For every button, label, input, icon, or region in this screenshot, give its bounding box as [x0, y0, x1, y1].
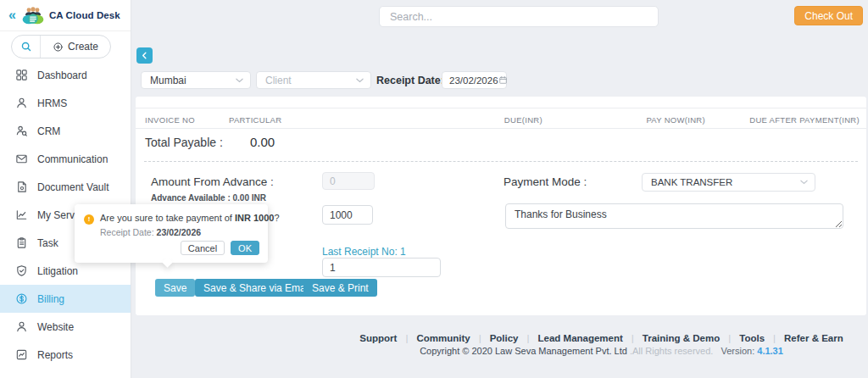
sidebar-item-communication[interactable]: Communication: [0, 145, 131, 173]
save-print-button[interactable]: Save & Print: [303, 279, 377, 297]
cancel-button[interactable]: Cancel: [181, 241, 225, 255]
sidebar-item-label: Reports: [37, 349, 73, 361]
sidebar-item-label: Dashboard: [37, 69, 87, 81]
receipt-date-label: Receipt Date:: [376, 75, 444, 86]
column-pay-now: PAY NOW(INR): [646, 115, 705, 125]
app-title: CA Cloud Desk: [49, 10, 120, 20]
search-icon: [20, 41, 32, 53]
amount-from-advance-input: [322, 172, 375, 190]
footer-link-refer-earn[interactable]: Refer & Earn: [765, 333, 843, 343]
communication-icon: [15, 153, 28, 165]
plus-circle-icon: [53, 42, 64, 53]
total-payable-label: Total Payable :: [145, 136, 223, 149]
save-button[interactable]: Save: [155, 279, 195, 297]
client-select-placeholder: Client: [265, 75, 292, 86]
sidebar-item-label: HRMS: [37, 97, 67, 109]
sidebar-item-label: Task: [37, 237, 58, 249]
remarks-textarea[interactable]: Thanks for Business: [505, 203, 843, 229]
payment-mode-select[interactable]: BANK TRANSFER: [642, 173, 815, 192]
sidebar-item-label: Litigation: [37, 265, 78, 277]
receipt-no-input[interactable]: [322, 258, 441, 277]
website-icon: [15, 320, 28, 333]
collapse-sidebar-icon[interactable]: «: [8, 8, 16, 23]
sidebar-item-dashboard[interactable]: Dashboard: [0, 61, 131, 89]
ok-button[interactable]: OK: [231, 241, 259, 255]
sidebar-item-document-vault[interactable]: Document Vault: [0, 173, 131, 201]
footer-link-tools[interactable]: Tools: [720, 333, 765, 343]
sidebar-item-website[interactable]: Website: [0, 313, 131, 341]
branch-select-value: Mumbai: [150, 75, 186, 86]
branch-select[interactable]: Mumbai: [141, 71, 251, 89]
check-out-button[interactable]: Check Out: [794, 6, 863, 25]
sidebar-search-button[interactable]: [12, 36, 41, 58]
footer-copyright: Copyright © 2020 Law Seva Management Pvt…: [335, 346, 868, 356]
chevron-down-icon: [800, 180, 808, 185]
sidebar-item-reports[interactable]: Reports: [0, 341, 131, 369]
sidebar-item-hrms[interactable]: HRMS: [0, 89, 131, 117]
create-button-label: Create: [68, 41, 98, 53]
calendar-icon: [498, 75, 508, 85]
confirm-message: Are you sure to take payment of INR 1000…: [100, 213, 280, 223]
footer-link-community[interactable]: Community: [397, 333, 470, 343]
back-button[interactable]: [136, 47, 153, 64]
billing-icon: [15, 292, 28, 305]
footer: SupportCommunityPolicyLead ManagementTra…: [131, 333, 868, 356]
global-search-input[interactable]: [379, 6, 659, 27]
app-logo: [21, 5, 45, 25]
sidebar-item-billing[interactable]: Billing: [0, 285, 131, 313]
sidebar-header: « CA Cloud Desk: [0, 0, 131, 31]
copyright-text: Copyright © 2020 Law Seva Management Pvt…: [420, 346, 627, 356]
sidebar-item-label: Document Vault: [37, 181, 109, 193]
rights-text: .All Rights reserved.: [630, 346, 713, 356]
reports-icon: [15, 348, 28, 361]
document-vault-icon: [15, 181, 28, 193]
crm-icon: [15, 125, 28, 137]
footer-link-support[interactable]: Support: [359, 333, 397, 343]
hrms-icon: [15, 97, 28, 109]
my-services-icon: [15, 208, 28, 221]
sidebar-item-label: Billing: [37, 293, 64, 305]
payment-confirm-popover: ! Are you sure to take payment of INR 10…: [75, 204, 268, 263]
chevron-down-icon: [356, 78, 364, 83]
receipt-date-value: 23/02/2026: [449, 75, 498, 86]
amount-from-advance-label: Amount From Advance :: [151, 175, 274, 188]
version-value: 4.1.31: [757, 346, 783, 356]
client-select[interactable]: Client: [256, 71, 371, 89]
pay-amount-input[interactable]: [322, 205, 373, 225]
last-receipt-no-label: Last Receipt No: 1: [322, 246, 406, 258]
confirm-actions: Cancel OK: [181, 241, 259, 255]
payment-mode-value: BANK TRANSFER: [651, 177, 732, 187]
confirm-receipt-date: Receipt Date: 23/02/2026: [100, 227, 201, 237]
save-share-email-button[interactable]: Save & Share via Email: [195, 279, 319, 297]
column-due: DUE(INR): [504, 115, 542, 125]
confirm-amount: INR 1000: [235, 213, 274, 223]
column-due-after-payment: DUE AFTER PAYMENT(INR): [749, 115, 860, 125]
create-button[interactable]: Create: [41, 41, 110, 53]
chevron-left-icon: [141, 52, 148, 59]
sidebar-item-label: CRM: [37, 125, 60, 137]
warning-icon: !: [84, 214, 94, 225]
footer-links: SupportCommunityPolicyLead ManagementTra…: [335, 333, 868, 343]
footer-link-policy[interactable]: Policy: [470, 333, 519, 343]
litigation-icon: [15, 264, 28, 277]
sidebar-search-create: Create: [11, 35, 111, 58]
dashed-divider: [144, 161, 858, 162]
billing-checkout-page: « CA Cloud Desk: [0, 0, 868, 378]
task-icon: [15, 236, 28, 249]
column-particular: PARTICULAR: [229, 115, 281, 125]
chevron-down-icon: [236, 78, 243, 83]
total-payable-value: 0.00: [250, 135, 275, 149]
version-label: Version:: [721, 346, 754, 356]
footer-link-lead-management[interactable]: Lead Management: [519, 333, 623, 343]
footer-link-training-demo[interactable]: Training & Demo: [623, 333, 720, 343]
invoice-table-header: INVOICE NO PARTICULAR DUE(INR) PAY NOW(I…: [136, 108, 866, 129]
receipt-date-input[interactable]: 23/02/2026: [442, 71, 507, 89]
column-invoice-no: INVOICE NO: [145, 115, 195, 125]
dashboard-icon: [15, 69, 28, 81]
advance-available-note: Advance Available : 0.00 INR: [151, 193, 266, 203]
sidebar-item-label: Communication: [37, 153, 108, 165]
sidebar-item-label: Website: [37, 321, 74, 333]
payment-mode-label: Payment Mode :: [504, 175, 587, 188]
sidebar-item-crm[interactable]: CRM: [0, 117, 131, 145]
sidebar: « CA Cloud Desk: [0, 0, 131, 378]
